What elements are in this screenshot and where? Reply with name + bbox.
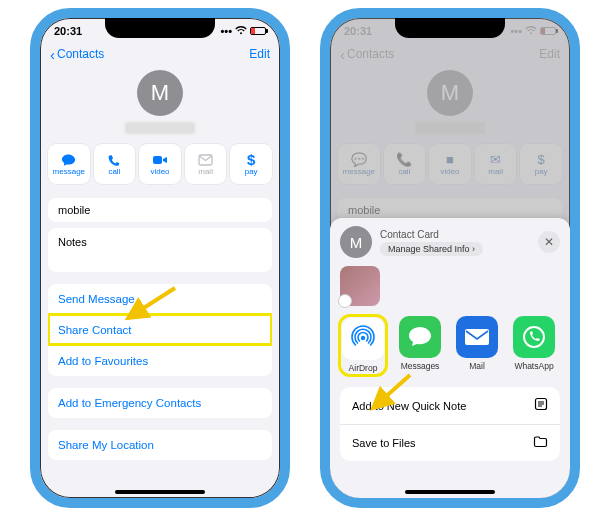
save-files-label: Save to Files	[352, 437, 416, 449]
share-title: Contact Card	[380, 229, 530, 240]
iphone-right: 20:31 ••• ‹ Contacts Edit M 💬message 📞ca…	[320, 8, 580, 508]
back-label: Contacts	[57, 47, 104, 61]
action-pay[interactable]: $ pay	[230, 144, 272, 184]
phone-icon	[106, 153, 122, 167]
svg-point-4	[524, 327, 544, 347]
share-avatar: M	[340, 226, 372, 258]
avatar[interactable]: M	[137, 70, 183, 116]
row-quick-note[interactable]: Add to New Quick Note	[340, 387, 560, 424]
actions-list: Send Message Share Contact Add to Favour…	[48, 284, 272, 376]
share-apps-row: AirDrop Messages Mail WhatsApp	[340, 310, 560, 381]
notch	[395, 16, 505, 38]
share-options-list: Add to New Quick Note Save to Files	[340, 387, 560, 461]
quick-note-icon	[534, 397, 548, 414]
messages-label: Messages	[397, 361, 443, 371]
action-call[interactable]: call	[94, 144, 136, 184]
svg-point-2	[361, 336, 365, 340]
action-pay-label: pay	[245, 167, 258, 176]
chevron-left-icon: ‹	[50, 47, 55, 62]
avatar-letter: M	[151, 80, 169, 106]
contact-name-redacted	[125, 122, 195, 134]
actions-list-3: Share My Location	[48, 430, 272, 460]
dollar-icon: $	[243, 153, 259, 167]
share-info: Contact Card Manage Shared Info ›	[380, 229, 530, 256]
share-avatar-letter: M	[350, 234, 363, 251]
action-mail[interactable]: mail	[185, 144, 227, 184]
mail-icon	[198, 153, 214, 167]
share-loc-label: Share My Location	[58, 439, 154, 451]
add-fav-label: Add to Favourites	[58, 355, 148, 367]
airdrop-icon	[342, 318, 384, 360]
action-video-label: video	[150, 167, 169, 176]
list-item-emergency[interactable]: Add to Emergency Contacts	[48, 388, 272, 418]
share-sheet-header: M Contact Card Manage Shared Info › ✕	[340, 226, 560, 258]
notch	[105, 16, 215, 38]
battery-icon	[250, 27, 266, 35]
quick-actions: message call video mail $ pay	[40, 140, 280, 192]
contact-header: M	[40, 68, 280, 140]
share-sheet: M Contact Card Manage Shared Info › ✕	[330, 218, 570, 498]
notes-label: Notes	[58, 236, 87, 248]
action-call-label: call	[108, 167, 120, 176]
status-time: 20:31	[54, 25, 82, 37]
share-recipient-tile[interactable]	[340, 266, 380, 306]
folder-icon	[533, 435, 548, 451]
manage-label: Manage Shared Info	[388, 244, 470, 254]
whatsapp-icon	[513, 316, 555, 358]
signal-icon: •••	[220, 25, 232, 37]
chevron-right-icon: ›	[472, 244, 475, 254]
whatsapp-label: WhatsApp	[511, 361, 557, 371]
share-app-messages[interactable]: Messages	[397, 316, 443, 375]
action-message-label: message	[53, 167, 85, 176]
airdrop-label: AirDrop	[340, 363, 386, 373]
list-item-share-location[interactable]: Share My Location	[48, 430, 272, 460]
list-item-share-contact[interactable]: Share Contact	[48, 314, 272, 345]
manage-shared-info-button[interactable]: Manage Shared Info ›	[380, 242, 483, 256]
action-mail-label: mail	[198, 167, 213, 176]
share-app-airdrop[interactable]: AirDrop	[340, 316, 386, 375]
actions-list-2: Add to Emergency Contacts	[48, 388, 272, 418]
share-app-mail[interactable]: Mail	[454, 316, 500, 375]
action-message[interactable]: message	[48, 144, 90, 184]
row-save-files[interactable]: Save to Files	[340, 424, 560, 461]
close-icon: ✕	[544, 235, 554, 249]
svg-rect-0	[153, 156, 162, 164]
wifi-icon	[235, 25, 247, 37]
video-icon	[152, 153, 168, 167]
send-message-label: Send Message	[58, 293, 135, 305]
list-item-send-message[interactable]: Send Message	[48, 284, 272, 314]
action-video[interactable]: video	[139, 144, 181, 184]
status-icons: •••	[220, 25, 266, 37]
mail-app-icon	[456, 316, 498, 358]
message-icon	[61, 153, 77, 167]
notes-card[interactable]: Notes	[48, 228, 272, 272]
share-contacts-row	[340, 258, 560, 310]
quick-note-label: Add to New Quick Note	[352, 400, 466, 412]
edit-button[interactable]: Edit	[249, 47, 270, 61]
svg-rect-3	[465, 329, 489, 345]
emergency-label: Add to Emergency Contacts	[58, 397, 201, 409]
share-contact-label: Share Contact	[58, 324, 132, 336]
recipient-badge-icon	[338, 294, 352, 308]
close-button[interactable]: ✕	[538, 231, 560, 253]
mobile-card[interactable]: mobile	[48, 198, 272, 222]
share-app-whatsapp[interactable]: WhatsApp	[511, 316, 557, 375]
messages-icon	[399, 316, 441, 358]
list-item-add-favourites[interactable]: Add to Favourites	[48, 345, 272, 376]
mobile-label: mobile	[58, 204, 90, 216]
back-button[interactable]: ‹ Contacts	[50, 47, 104, 62]
home-indicator[interactable]	[115, 490, 205, 494]
iphone-left: 20:31 ••• ‹ Contacts Edit M message	[30, 8, 290, 508]
mail-label: Mail	[454, 361, 500, 371]
home-indicator[interactable]	[405, 490, 495, 494]
nav-bar: ‹ Contacts Edit	[40, 40, 280, 68]
